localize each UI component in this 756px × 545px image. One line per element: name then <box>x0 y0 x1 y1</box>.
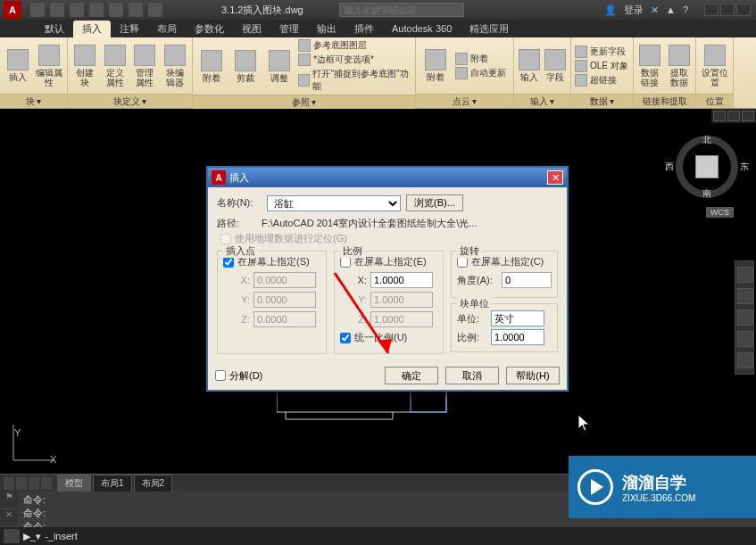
field-button[interactable]: 字段 <box>544 45 568 87</box>
layout-tab-model[interactable]: 模型 <box>57 475 91 492</box>
layout-last-icon[interactable] <box>41 477 52 490</box>
cmd-close-icon[interactable]: ✕ <box>0 509 18 527</box>
tab-parametric[interactable]: 参数化 <box>186 21 233 37</box>
explode-checkbox[interactable] <box>215 370 226 381</box>
clip-button[interactable]: 剪裁 <box>230 45 261 87</box>
set-location-button[interactable]: 设置位置 <box>700 45 729 87</box>
sx-input[interactable] <box>370 272 433 288</box>
pc-attach-button[interactable]: 附着 <box>420 45 452 87</box>
tab-output[interactable]: 输出 <box>308 21 345 37</box>
command-input-text[interactable]: -_insert <box>45 531 78 541</box>
nav-orbit-icon[interactable] <box>737 331 753 347</box>
panel-import-label[interactable]: 输入 ▾ <box>514 94 570 108</box>
viewcube-east[interactable]: 东 <box>740 161 749 173</box>
attach-button[interactable]: 附着 <box>196 45 227 87</box>
hyperlink-button[interactable]: 超链接 <box>575 74 628 87</box>
viewcube-face[interactable] <box>695 155 719 178</box>
panel-location-label[interactable]: 位置 <box>696 94 733 108</box>
wcs-badge[interactable]: WCS <box>706 207 734 218</box>
tab-featured[interactable]: 精选应用 <box>461 21 518 37</box>
help-button[interactable]: 帮助(H) <box>506 367 560 384</box>
cmd-prompt-icon[interactable] <box>4 529 20 543</box>
tab-annotate[interactable]: 注释 <box>111 21 148 37</box>
minimize-icon[interactable] <box>704 4 719 16</box>
block-name-select[interactable]: 浴缸 <box>267 195 401 211</box>
viewcube-north[interactable]: 北 <box>702 134 711 146</box>
ok-button[interactable]: 确定 <box>385 367 438 384</box>
underlay-layers-button[interactable]: 参考底图图层 <box>298 39 411 52</box>
doc-min-icon[interactable] <box>713 111 726 121</box>
update-field-button[interactable]: 更新字段 <box>575 45 628 58</box>
pc-attach2-button[interactable]: 附着 <box>455 53 506 65</box>
qat-redo-icon[interactable] <box>148 3 162 17</box>
onscreen-s-checkbox[interactable] <box>223 257 234 268</box>
app-logo[interactable]: A <box>4 1 21 19</box>
extract-button[interactable]: 提取数据 <box>667 45 693 87</box>
uniform-checkbox[interactable] <box>340 333 351 343</box>
signin-icon[interactable]: 👤 <box>604 4 617 16</box>
pc-autoupdate-button[interactable]: 自动更新 <box>455 67 506 79</box>
tab-view[interactable]: 视图 <box>233 21 270 37</box>
tab-a360[interactable]: Autodesk 360 <box>383 21 461 36</box>
layout-next-icon[interactable] <box>29 477 39 490</box>
define-attr-button[interactable]: 定义属性 <box>102 45 129 87</box>
qat-saveas-icon[interactable] <box>89 3 104 17</box>
tab-default[interactable]: 默认 <box>36 21 73 37</box>
nav-wheel-icon[interactable] <box>737 267 753 283</box>
signin-label[interactable]: 登录 <box>624 4 644 17</box>
command-line[interactable]: ▶_▾ -_insert <box>0 527 756 545</box>
create-block-button[interactable]: 创建块 <box>71 45 98 87</box>
block-editor-button[interactable]: 块编辑器 <box>162 45 188 87</box>
panel-reference-label[interactable]: 参照 ▾ <box>193 95 415 109</box>
insert-block-button[interactable]: 插入 <box>4 45 32 87</box>
qat-new-icon[interactable] <box>30 3 45 17</box>
qat-print-icon[interactable] <box>109 3 123 17</box>
help-search-input[interactable] <box>339 3 464 17</box>
dialog-close-button[interactable]: ✕ <box>547 170 563 185</box>
layout-tab-2[interactable]: 布局2 <box>134 475 173 492</box>
nav-pan-icon[interactable] <box>737 288 753 304</box>
angle-input[interactable] <box>502 272 552 288</box>
nav-zoom-icon[interactable] <box>737 310 753 326</box>
close-icon[interactable] <box>736 4 751 16</box>
panel-data-label[interactable]: 数据 ▾ <box>571 94 633 108</box>
viewcube-south[interactable]: 南 <box>702 187 711 200</box>
cancel-button[interactable]: 取消 <box>445 367 499 384</box>
layout-first-icon[interactable] <box>4 477 14 490</box>
onscreen-c-checkbox[interactable] <box>457 257 468 268</box>
layout-tab-1[interactable]: 布局1 <box>93 475 132 492</box>
browse-button[interactable]: 浏览(B)... <box>406 194 463 211</box>
import-button[interactable]: 输入 <box>518 45 541 87</box>
panel-blockdef-label[interactable]: 块定义 ▾ <box>68 94 192 108</box>
tab-insert[interactable]: 插入 <box>73 21 111 37</box>
layout-prev-icon[interactable] <box>16 477 27 490</box>
panel-link-label[interactable]: 链接和提取 <box>634 94 695 108</box>
qat-save-icon[interactable] <box>70 3 84 17</box>
frames-button[interactable]: *边框可变选项* <box>298 54 411 66</box>
viewcube[interactable]: 北 南 东 西 <box>676 136 738 198</box>
viewcube-west[interactable]: 西 <box>665 161 674 173</box>
panel-pointcloud-label[interactable]: 点云 ▾ <box>416 94 513 108</box>
tab-manage[interactable]: 管理 <box>270 21 308 37</box>
qat-open-icon[interactable] <box>50 3 64 17</box>
cmd-pin-icon[interactable]: ⚑ <box>0 491 18 509</box>
exchange-icon[interactable]: ✕ <box>651 4 659 16</box>
onscreen-e-checkbox[interactable] <box>340 257 351 268</box>
doc-max-icon[interactable] <box>727 111 740 121</box>
adjust-button[interactable]: 调整 <box>264 45 295 87</box>
maximize-icon[interactable] <box>720 4 735 16</box>
datalink-button[interactable]: 数据链接 <box>637 45 663 87</box>
tab-layout[interactable]: 布局 <box>148 21 186 37</box>
ole-object-button[interactable]: OLE 对象 <box>575 60 628 72</box>
help-icon[interactable]: ? <box>683 4 688 15</box>
qat-undo-icon[interactable] <box>129 3 143 17</box>
tab-addins[interactable]: 插件 <box>345 21 383 37</box>
manage-attr-button[interactable]: 管理属性 <box>132 45 159 87</box>
edit-attr-button[interactable]: 编辑属性 <box>36 45 64 87</box>
doc-close-icon[interactable] <box>742 111 754 121</box>
panel-block-label[interactable]: 块 ▾ <box>0 94 67 108</box>
dialog-titlebar[interactable]: A 插入 ✕ <box>208 168 567 187</box>
nav-showmotion-icon[interactable] <box>737 352 753 368</box>
snap-underlay-button[interactable]: 打开"捕捉到参考底图"功能 <box>298 68 411 93</box>
app-a-icon[interactable]: ▲ <box>666 4 676 15</box>
